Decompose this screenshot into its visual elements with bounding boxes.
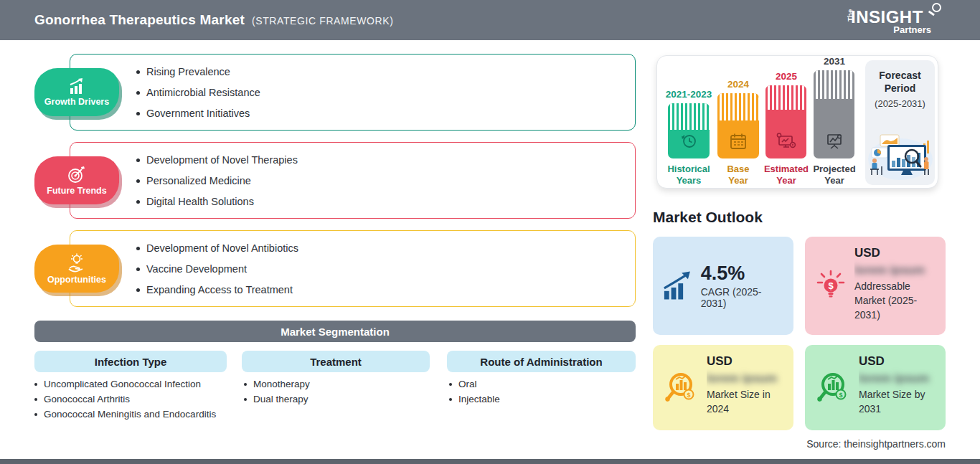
bottom-bar: [0, 459, 980, 464]
magnifier-chart-green-icon: $: [815, 370, 851, 406]
future-trends-box: Development of Novel Therapies Personali…: [70, 142, 636, 219]
timeline-year: 2021-2023: [658, 89, 720, 100]
svg-text:$: $: [839, 392, 842, 399]
opportunities-box: Development of Novel Antibiotics Vaccine…: [70, 230, 636, 307]
list-item: Expanding Access to Treatment: [136, 284, 298, 295]
analytics-illustration: [866, 131, 934, 182]
magnifier-chart-orange-icon: $: [663, 370, 699, 406]
growth-drivers-pill: Growth Drivers: [34, 68, 119, 116]
monitor-gear-icon: [776, 132, 797, 151]
blurred-value: lorem ipsum: [707, 371, 783, 385]
target-dart-icon: [67, 166, 87, 184]
cagr-value: 4.5%: [701, 262, 785, 284]
card-text-block: USD lorem ipsum Addressable Market (2025…: [854, 246, 936, 326]
estimated-year-bar: [765, 85, 806, 158]
market-size-2031-card: $ USD lorem ipsum Market Size by 2031: [805, 345, 946, 430]
growth-chart-icon: [67, 78, 87, 95]
label-line: Projected: [804, 164, 864, 175]
card-caption: Addressable Market (2025-2031): [854, 279, 936, 322]
addressable-market-card: $ USD lorem ipsum Addressable Market (20…: [805, 237, 946, 335]
usd-label: USD: [707, 354, 783, 369]
infection-type-list: Uncomplicated Gonococcal Infection Gonoc…: [34, 377, 230, 422]
svg-text:$: $: [828, 280, 834, 291]
segment-header-route: Route of Administration: [447, 351, 636, 372]
forecast-period-panel: Forecast Period (2025-2031): [865, 60, 935, 185]
segment-header-treatment: Treatment: [242, 351, 430, 372]
base-year-bar: [717, 93, 759, 158]
timeline-year: 2031: [804, 56, 865, 67]
growth-drivers-box: Rising Prevalence Antimicrobial Resistan…: [70, 54, 636, 131]
bar-stripes: [717, 93, 759, 120]
card-text-block: USD lorem ipsum Market Size in 2024: [707, 354, 783, 421]
treatment-list: Monotherapy Dual therapy: [244, 377, 423, 407]
source-text: Source: theinsightpartners.com: [806, 438, 946, 450]
timeline-card: 2021-2023 2024 2025 2031: [656, 55, 938, 189]
card-caption: Market Size in 2024: [707, 387, 783, 416]
list-item: Dual therapy: [244, 392, 423, 407]
market-segmentation-bar: Market Segmentation: [34, 321, 636, 342]
page-subtitle: (STRATEGIC FRAMEWORK): [252, 15, 393, 27]
cagr-growth-icon: [661, 271, 694, 301]
list-item: Uncomplicated Gonococcal Infection: [34, 377, 230, 392]
forecast-line: Forecast: [865, 69, 935, 82]
list-item: Gonococcal Meningitis and Endocarditis: [34, 407, 230, 422]
opportunities-pill: Opportunities: [34, 245, 119, 293]
bar-stripes: [668, 103, 710, 130]
route-of-administration-list: Oral Injectable: [449, 377, 628, 407]
list-item: Development of Novel Antibiotics: [136, 242, 298, 254]
segment-header-infection-type: Infection Type: [34, 351, 227, 372]
calendar-icon: [729, 132, 748, 151]
card-caption: Market Size by 2031: [859, 387, 936, 416]
list-item: Government Initiatives: [136, 108, 260, 119]
opportunities-list: Development of Novel Antibiotics Vaccine…: [136, 231, 298, 306]
usd-label: USD: [859, 354, 936, 369]
cagr-text-block: 4.5% CAGR (2025-2031): [701, 262, 785, 309]
pill-label: Opportunities: [47, 275, 106, 285]
projected-year-bar: [814, 70, 854, 158]
blurred-value: lorem ipsum: [859, 371, 936, 385]
list-item: Gonococcal Arthritis: [34, 392, 230, 407]
presentation-chart-icon: [824, 132, 844, 151]
page-title: Gonorrhea Therapeutics Market: [34, 12, 245, 28]
blurred-value: lorem ipsum: [854, 263, 936, 277]
label-line: Year: [804, 175, 864, 186]
list-item: Development of Novel Therapies: [136, 154, 298, 166]
pill-label: Future Trends: [47, 186, 106, 196]
usd-label: USD: [854, 246, 936, 260]
cagr-caption: CAGR (2025-2031): [701, 286, 785, 309]
list-item: Antimicrobial Resistance: [136, 87, 260, 98]
header-titles: Gonorrhea Therapeutics Market (STRATEGIC…: [34, 12, 393, 28]
list-item: Personalized Medicine: [136, 175, 298, 186]
list-item: Vaccine Development: [136, 263, 298, 275]
list-item: Rising Prevalence: [136, 66, 260, 77]
segmentation-title: Market Segmentation: [281, 326, 390, 338]
forecast-range: (2025-2031): [865, 98, 935, 109]
list-item: Injectable: [449, 392, 628, 407]
logo-partners-text: Partners: [893, 24, 931, 35]
list-item: Monotherapy: [244, 377, 423, 392]
market-size-2024-card: $ USD lorem ipsum Market Size in 2024: [653, 345, 793, 430]
pill-label: Growth Drivers: [44, 97, 109, 107]
bulb-hand-icon: [66, 253, 88, 273]
market-outlook-title: Market Outlook: [653, 209, 763, 226]
magnifier-icon: [932, 3, 941, 12]
timeline-label: Projected Year: [804, 164, 864, 186]
history-clock-icon: [679, 132, 698, 151]
list-item: Oral: [449, 377, 628, 392]
insight-partners-logo: The INSIGHT Partners: [845, 6, 938, 36]
infographic-canvas: Gonorrhea Therapeutics Market (STRATEGIC…: [0, 0, 980, 464]
bar-stripes: [814, 70, 854, 99]
historical-years-bar: [668, 103, 710, 158]
svg-text:$: $: [687, 392, 690, 399]
future-trends-pill: Future Trends: [34, 156, 119, 204]
cagr-card: 4.5% CAGR (2025-2031): [653, 237, 793, 335]
future-trends-list: Development of Novel Therapies Personali…: [136, 143, 298, 218]
bar-stripes: [765, 85, 806, 110]
card-text-block: USD lorem ipsum Market Size by 2031: [859, 354, 936, 421]
growth-drivers-list: Rising Prevalence Antimicrobial Resistan…: [136, 55, 260, 130]
timeline-year: 2025: [755, 71, 817, 82]
forecast-line: Period: [865, 82, 935, 95]
list-item: Digital Health Solutions: [136, 196, 298, 207]
bulb-dollar-icon: $: [815, 268, 847, 304]
header-bar: Gonorrhea Therapeutics Market (STRATEGIC…: [0, 0, 980, 40]
